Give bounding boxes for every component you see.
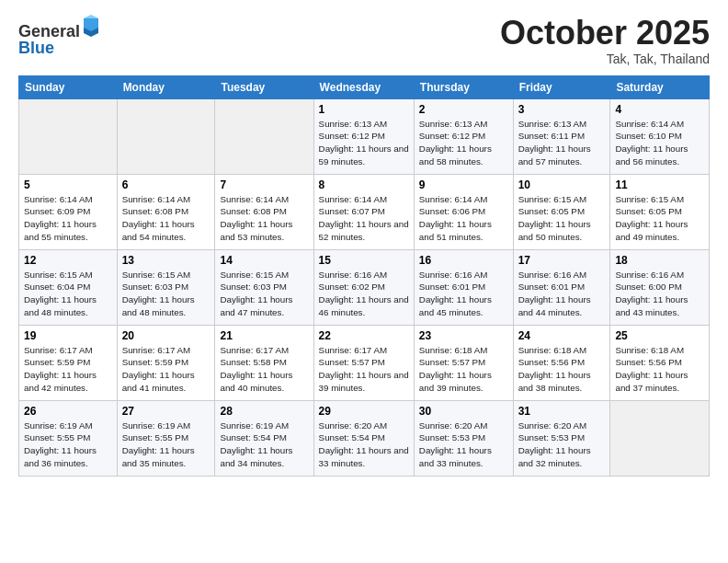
day-number: 7 bbox=[220, 178, 308, 191]
calendar-cell bbox=[117, 98, 215, 174]
calendar-cell: 19Sunrise: 6:17 AM Sunset: 5:59 PM Dayli… bbox=[19, 325, 118, 400]
calendar-cell: 16Sunrise: 6:16 AM Sunset: 6:01 PM Dayli… bbox=[414, 249, 513, 325]
day-number: 29 bbox=[319, 405, 409, 418]
day-info: Sunrise: 6:18 AM Sunset: 5:56 PM Dayligh… bbox=[615, 344, 704, 395]
day-info: Sunrise: 6:15 AM Sunset: 6:05 PM Dayligh… bbox=[518, 193, 606, 244]
day-number: 24 bbox=[518, 329, 606, 342]
day-info: Sunrise: 6:20 AM Sunset: 5:53 PM Dayligh… bbox=[419, 419, 508, 470]
day-number: 31 bbox=[518, 405, 606, 418]
day-info: Sunrise: 6:17 AM Sunset: 5:59 PM Dayligh… bbox=[24, 344, 112, 395]
day-info: Sunrise: 6:20 AM Sunset: 5:54 PM Dayligh… bbox=[319, 419, 409, 470]
logo: General Blue bbox=[18, 15, 100, 58]
day-info: Sunrise: 6:18 AM Sunset: 5:57 PM Dayligh… bbox=[419, 344, 508, 395]
day-number: 22 bbox=[319, 329, 409, 342]
calendar-cell: 26Sunrise: 6:19 AM Sunset: 5:55 PM Dayli… bbox=[19, 400, 118, 476]
calendar-cell: 23Sunrise: 6:18 AM Sunset: 5:57 PM Dayli… bbox=[414, 325, 513, 400]
calendar-cell: 3Sunrise: 6:13 AM Sunset: 6:11 PM Daylig… bbox=[513, 98, 610, 174]
day-info: Sunrise: 6:13 AM Sunset: 6:12 PM Dayligh… bbox=[419, 118, 508, 168]
calendar-cell: 22Sunrise: 6:17 AM Sunset: 5:57 PM Dayli… bbox=[313, 325, 414, 400]
calendar-cell: 14Sunrise: 6:15 AM Sunset: 6:03 PM Dayli… bbox=[215, 249, 313, 325]
calendar-cell: 20Sunrise: 6:17 AM Sunset: 5:59 PM Dayli… bbox=[117, 325, 215, 400]
calendar-week-2: 5Sunrise: 6:14 AM Sunset: 6:09 PM Daylig… bbox=[19, 174, 710, 249]
day-number: 21 bbox=[220, 329, 308, 342]
calendar-cell: 7Sunrise: 6:14 AM Sunset: 6:08 PM Daylig… bbox=[215, 174, 313, 249]
day-number: 13 bbox=[122, 254, 210, 267]
calendar-cell: 27Sunrise: 6:19 AM Sunset: 5:55 PM Dayli… bbox=[117, 400, 215, 476]
day-number: 2 bbox=[419, 103, 508, 116]
calendar-cell: 1Sunrise: 6:13 AM Sunset: 6:12 PM Daylig… bbox=[313, 98, 414, 174]
day-number: 26 bbox=[24, 405, 112, 418]
calendar-week-4: 19Sunrise: 6:17 AM Sunset: 5:59 PM Dayli… bbox=[19, 325, 710, 400]
col-header-tuesday: Tuesday bbox=[215, 75, 313, 98]
day-info: Sunrise: 6:15 AM Sunset: 6:05 PM Dayligh… bbox=[615, 193, 704, 244]
col-header-saturday: Saturday bbox=[610, 75, 710, 98]
day-number: 11 bbox=[615, 178, 704, 191]
day-info: Sunrise: 6:17 AM Sunset: 5:59 PM Dayligh… bbox=[122, 344, 210, 395]
day-info: Sunrise: 6:14 AM Sunset: 6:07 PM Dayligh… bbox=[319, 193, 409, 244]
day-info: Sunrise: 6:13 AM Sunset: 6:11 PM Dayligh… bbox=[518, 118, 606, 168]
col-header-thursday: Thursday bbox=[414, 75, 513, 98]
day-number: 25 bbox=[615, 329, 704, 342]
day-info: Sunrise: 6:19 AM Sunset: 5:54 PM Dayligh… bbox=[220, 419, 308, 470]
day-info: Sunrise: 6:17 AM Sunset: 5:58 PM Dayligh… bbox=[220, 344, 308, 395]
calendar-week-5: 26Sunrise: 6:19 AM Sunset: 5:55 PM Dayli… bbox=[19, 400, 710, 476]
calendar-cell: 25Sunrise: 6:18 AM Sunset: 5:56 PM Dayli… bbox=[610, 325, 710, 400]
calendar-cell: 12Sunrise: 6:15 AM Sunset: 6:04 PM Dayli… bbox=[19, 249, 118, 325]
day-info: Sunrise: 6:14 AM Sunset: 6:08 PM Dayligh… bbox=[122, 193, 210, 244]
month-title: October 2025 bbox=[500, 15, 710, 52]
calendar-cell: 10Sunrise: 6:15 AM Sunset: 6:05 PM Dayli… bbox=[513, 174, 610, 249]
day-info: Sunrise: 6:19 AM Sunset: 5:55 PM Dayligh… bbox=[24, 419, 112, 470]
calendar-cell: 29Sunrise: 6:20 AM Sunset: 5:54 PM Dayli… bbox=[313, 400, 414, 476]
day-number: 6 bbox=[122, 178, 210, 191]
calendar-cell: 24Sunrise: 6:18 AM Sunset: 5:56 PM Dayli… bbox=[513, 325, 610, 400]
logo-blue-text: Blue bbox=[18, 39, 54, 57]
day-number: 28 bbox=[220, 405, 308, 418]
page-container: General Blue October 2025 Tak, Tak, Thai… bbox=[0, 0, 728, 486]
calendar-cell: 21Sunrise: 6:17 AM Sunset: 5:58 PM Dayli… bbox=[215, 325, 313, 400]
day-number: 9 bbox=[419, 178, 508, 191]
calendar-cell: 31Sunrise: 6:20 AM Sunset: 5:53 PM Dayli… bbox=[513, 400, 610, 476]
day-number: 23 bbox=[419, 329, 508, 342]
day-number: 18 bbox=[615, 254, 704, 267]
calendar-cell: 2Sunrise: 6:13 AM Sunset: 6:12 PM Daylig… bbox=[414, 98, 513, 174]
day-number: 19 bbox=[24, 329, 112, 342]
day-number: 10 bbox=[518, 178, 606, 191]
logo-icon bbox=[82, 15, 100, 37]
day-info: Sunrise: 6:16 AM Sunset: 6:01 PM Dayligh… bbox=[419, 269, 508, 319]
col-header-wednesday: Wednesday bbox=[313, 75, 414, 98]
day-info: Sunrise: 6:17 AM Sunset: 5:57 PM Dayligh… bbox=[319, 344, 409, 395]
day-number: 27 bbox=[122, 405, 210, 418]
calendar-cell: 13Sunrise: 6:15 AM Sunset: 6:03 PM Dayli… bbox=[117, 249, 215, 325]
day-number: 15 bbox=[319, 254, 409, 267]
day-number: 12 bbox=[24, 254, 112, 267]
day-number: 30 bbox=[419, 405, 508, 418]
day-info: Sunrise: 6:15 AM Sunset: 6:03 PM Dayligh… bbox=[220, 269, 308, 319]
col-header-monday: Monday bbox=[117, 75, 215, 98]
day-info: Sunrise: 6:19 AM Sunset: 5:55 PM Dayligh… bbox=[122, 419, 210, 470]
calendar-week-1: 1Sunrise: 6:13 AM Sunset: 6:12 PM Daylig… bbox=[19, 98, 710, 174]
day-info: Sunrise: 6:15 AM Sunset: 6:04 PM Dayligh… bbox=[24, 269, 112, 319]
location-subtitle: Tak, Tak, Thailand bbox=[500, 52, 710, 66]
day-number: 1 bbox=[319, 103, 409, 116]
calendar-cell: 18Sunrise: 6:16 AM Sunset: 6:00 PM Dayli… bbox=[610, 249, 710, 325]
day-info: Sunrise: 6:16 AM Sunset: 6:02 PM Dayligh… bbox=[319, 269, 409, 319]
day-number: 8 bbox=[319, 178, 409, 191]
calendar-cell: 4Sunrise: 6:14 AM Sunset: 6:10 PM Daylig… bbox=[610, 98, 710, 174]
day-info: Sunrise: 6:14 AM Sunset: 6:08 PM Dayligh… bbox=[220, 193, 308, 244]
day-info: Sunrise: 6:14 AM Sunset: 6:10 PM Dayligh… bbox=[615, 118, 704, 168]
day-number: 5 bbox=[24, 178, 112, 191]
calendar-header-row: SundayMondayTuesdayWednesdayThursdayFrid… bbox=[19, 75, 710, 98]
day-number: 3 bbox=[518, 103, 606, 116]
day-number: 17 bbox=[518, 254, 606, 267]
calendar-cell bbox=[610, 400, 710, 476]
calendar-cell: 15Sunrise: 6:16 AM Sunset: 6:02 PM Dayli… bbox=[313, 249, 414, 325]
calendar-cell: 6Sunrise: 6:14 AM Sunset: 6:08 PM Daylig… bbox=[117, 174, 215, 249]
col-header-friday: Friday bbox=[513, 75, 610, 98]
day-number: 20 bbox=[122, 329, 210, 342]
day-number: 16 bbox=[419, 254, 508, 267]
calendar-cell: 5Sunrise: 6:14 AM Sunset: 6:09 PM Daylig… bbox=[19, 174, 118, 249]
header: General Blue October 2025 Tak, Tak, Thai… bbox=[18, 15, 710, 66]
calendar-cell bbox=[19, 98, 118, 174]
day-info: Sunrise: 6:16 AM Sunset: 6:01 PM Dayligh… bbox=[518, 269, 606, 319]
calendar-cell bbox=[215, 98, 313, 174]
